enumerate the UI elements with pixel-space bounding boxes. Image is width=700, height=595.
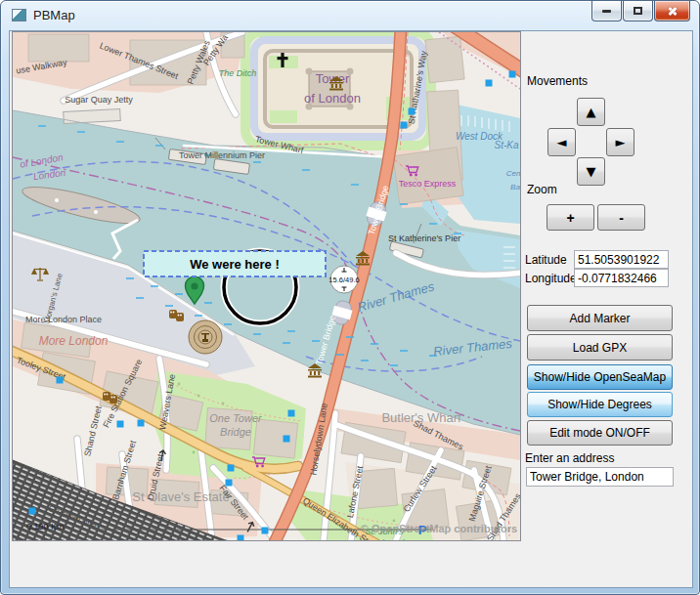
map-label-cen: Cen [506, 169, 520, 178]
toggle-degrees-button[interactable]: Show/Hide Degrees [527, 392, 673, 417]
edit-mode-button[interactable]: Edit mode ON/OFF [527, 420, 673, 446]
map-label-the-ditch: The Ditch [219, 68, 257, 78]
edit-handle[interactable] [509, 71, 516, 78]
move-left-button[interactable]: ◄ [547, 128, 576, 156]
edit-handle[interactable] [226, 480, 233, 487]
osm-attribution: © OpenStreetMap contributors [361, 523, 517, 534]
down-arrow-icon: ▼ [587, 164, 596, 179]
app-window: PBMap [0, 0, 700, 595]
left-arrow-icon: ◄ [557, 135, 567, 149]
edit-handle[interactable] [29, 508, 36, 515]
zoom-out-button[interactable]: - [597, 204, 645, 231]
latitude-label: Latitude [525, 253, 567, 267]
edit-handle[interactable] [138, 420, 145, 427]
app-icon [12, 9, 26, 21]
map-label-st-ka: St-Ka [494, 140, 518, 150]
map-frame: use WalkwaySugar Quay JettyLower Thames … [12, 31, 521, 541]
maximize-icon [634, 7, 642, 15]
zoom-label: Zoom [527, 183, 557, 196]
longitude-label: Longitude [525, 272, 577, 285]
map-label-tower-millennium-pier: Tower Millennium Pier [179, 150, 265, 160]
address-label: Enter an address [525, 451, 614, 465]
map-label-one-tower: One Tower [209, 412, 263, 424]
load-gpx-button[interactable]: Load GPX [527, 334, 673, 361]
move-down-button[interactable]: ▼ [577, 157, 605, 186]
edit-handle[interactable] [288, 410, 295, 417]
caption-buttons [591, 1, 690, 21]
right-arrow-icon: ► [616, 135, 626, 149]
map-label-more-london: More London [39, 334, 109, 348]
map-label-tesco-express: Tesco Express [399, 179, 457, 189]
map-label-ba: Ba [510, 183, 520, 191]
minimize-icon [602, 10, 611, 13]
longitude-input[interactable] [574, 269, 669, 287]
amphitheatre-icon [189, 320, 222, 354]
map-label-bridge: Bridge [220, 426, 251, 438]
we-were-here-text: We were here ! [190, 257, 280, 272]
we-were-here-label[interactable]: We were here ! [144, 251, 326, 276]
minimize-button[interactable] [591, 1, 622, 21]
map-label-sugar-quay-jetty: Sugar Quay Jetty [65, 95, 133, 105]
edit-handle[interactable] [409, 108, 416, 115]
zoom-in-button[interactable]: + [547, 204, 594, 231]
movements-label: Movements [527, 74, 588, 88]
map-canvas[interactable]: use WalkwaySugar Quay JettyLower Thames … [13, 32, 520, 540]
window-title: PBMap [33, 8, 75, 22]
map-label-more-london-place: More London Place [25, 315, 102, 324]
add-marker-button[interactable]: Add Marker [527, 305, 673, 331]
titlebar[interactable]: PBMap [1, 1, 699, 30]
move-up-button[interactable]: ▲ [577, 98, 605, 126]
address-input[interactable] [526, 467, 674, 487]
toggle-openseamap-button[interactable]: Show/Hide OpenSeaMap [527, 364, 673, 390]
map-label-of-london: of London [304, 91, 361, 106]
map-label-churchyard: Churchyard [359, 538, 406, 540]
edit-handle[interactable] [284, 436, 290, 443]
map-label-0-190-km: 0.190 Km [26, 522, 65, 531]
close-button[interactable] [654, 1, 690, 21]
edit-handle[interactable] [401, 122, 408, 129]
edit-handle[interactable] [262, 528, 269, 534]
latitude-input[interactable] [574, 250, 669, 269]
close-icon [667, 5, 678, 17]
edit-handle[interactable] [228, 465, 235, 472]
edit-handle[interactable] [486, 80, 493, 87]
move-right-button[interactable]: ► [606, 128, 634, 156]
clearance-text: 15.6/49.6 [328, 276, 359, 284]
edit-handle[interactable] [117, 421, 124, 428]
map-label-tower: Tower [316, 71, 350, 86]
edit-handle[interactable] [57, 377, 64, 384]
up-arrow-icon: ▲ [587, 105, 596, 119]
map-label-st-katherine-s-pier: St Katherine's Pier [388, 234, 460, 243]
edit-handle[interactable] [238, 535, 244, 541]
maximize-button[interactable] [623, 1, 653, 21]
